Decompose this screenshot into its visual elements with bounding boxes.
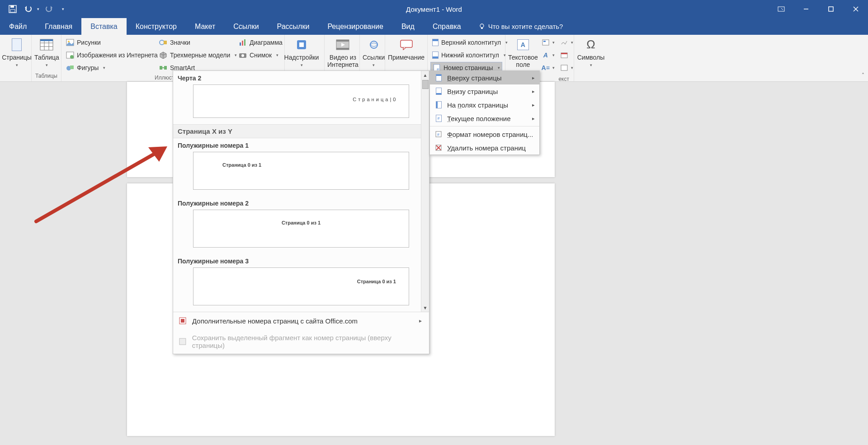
svg-rect-9 (481, 28, 483, 29)
gallery-section-header: Страница X из Y (173, 124, 429, 138)
symbols-button[interactable]: Ω Символы▾ (577, 36, 605, 72)
undo-icon[interactable] (23, 3, 35, 15)
gallery-save-selection: Сохранить выделенный фрагмент как номер … (173, 329, 429, 354)
group-label-tables: Таблицы (34, 72, 58, 80)
signature-icon (560, 38, 568, 47)
comment-button[interactable]: Примечание (388, 36, 425, 72)
undo-dropdown-icon[interactable]: ▾ (37, 7, 39, 11)
text-misc-1[interactable]: ▾ (540, 37, 557, 48)
cube-icon (159, 51, 167, 59)
svg-rect-5 (829, 7, 833, 11)
comment-icon (399, 37, 414, 52)
text-misc-5[interactable] (558, 49, 575, 61)
tab-help[interactable]: Справка (424, 18, 470, 35)
save-icon[interactable] (6, 3, 19, 15)
scroll-down-icon[interactable]: ▼ (421, 304, 429, 312)
tab-mailings[interactable]: Рассылки (268, 18, 319, 35)
table-button[interactable]: Таблица ▾ (34, 36, 59, 72)
addins-button[interactable]: Надстройки▾ (288, 36, 316, 72)
page-number-gallery: Черта 2 С т р а н и ц а | 0 Страница X и… (173, 70, 429, 354)
collapse-ribbon-icon[interactable]: ˄ (862, 72, 864, 79)
svg-point-19 (70, 55, 74, 59)
gallery-scrollbar[interactable]: ▲ ▼ (421, 71, 429, 312)
gallery-item-label: Полужирные номера 1 (173, 138, 429, 152)
tab-view[interactable]: Вид (392, 18, 424, 35)
tell-me-search[interactable]: Что вы хотите сделать? (470, 18, 563, 35)
gallery-item[interactable]: Страница 0 из 1 (193, 152, 409, 190)
svg-rect-1 (10, 5, 14, 8)
svg-rect-32 (299, 42, 304, 47)
smartart-icon (159, 64, 167, 72)
svg-rect-27 (242, 41, 243, 46)
tab-home[interactable]: Главная (36, 18, 81, 35)
gallery-item[interactable]: Страница 0 из 1 (193, 210, 409, 248)
gallery-item-label: Полужирные номера 3 (173, 254, 429, 267)
footer-button[interactable]: Нижний колонтитул (430, 49, 502, 61)
close-icon[interactable] (843, 0, 868, 18)
gallery-item[interactable]: Страница 0 из 1 (193, 267, 409, 305)
redo-icon (43, 3, 56, 15)
svg-rect-28 (244, 39, 245, 46)
gallery-item-label: Черта 2 (173, 71, 429, 84)
pictures-icon (66, 38, 74, 47)
online-pictures-button[interactable]: Изображения из Интернета (64, 49, 157, 61)
page-margins-icon (434, 101, 443, 109)
qat-customize-icon[interactable]: ▾ (62, 7, 64, 11)
shapes-button[interactable]: Фигуры (64, 62, 157, 74)
menu-top-of-page[interactable]: Вверху страницы ▸ (430, 71, 539, 84)
tab-design[interactable]: Конструктор (127, 18, 186, 35)
text-misc-6[interactable]: ▾ (558, 62, 575, 74)
chart-button[interactable]: Диаграмма (237, 37, 284, 48)
links-button[interactable]: Ссылки▾ (363, 36, 385, 72)
dropcap-icon: A≡ (542, 64, 550, 72)
gallery-item[interactable]: С т р а н и ц а | 0 (193, 84, 409, 118)
ribbon-display-options-icon[interactable] (769, 0, 793, 18)
svg-rect-38 (542, 40, 549, 45)
3d-models-button[interactable]: Трехмерные модели (157, 49, 237, 61)
text-misc-4[interactable]: ▾ (558, 37, 575, 48)
current-position-icon: # (434, 114, 443, 122)
gallery-more-office[interactable]: Дополнительные номера страниц с сайта Of… (173, 312, 429, 329)
page-icon (9, 37, 24, 52)
title-bar: ▾ ▾ Документ1 - Word (0, 0, 868, 18)
tab-review[interactable]: Рецензирование (318, 18, 392, 35)
header-button[interactable]: Верхний колонтитул (430, 37, 502, 48)
menu-current-position[interactable]: # Текущее положение ▸ (430, 112, 539, 125)
svg-rect-41 (561, 53, 567, 54)
menu-bottom-of-page[interactable]: Внизу страницы ▸ (430, 84, 539, 98)
svg-text:#: # (437, 132, 439, 137)
minimize-icon[interactable] (793, 0, 818, 18)
menu-format-page-numbers[interactable]: # Формат номеров страниц... (430, 127, 539, 141)
menu-page-margins[interactable]: На полях страницы ▸ (430, 98, 539, 112)
chart-icon (239, 38, 247, 47)
omega-icon: Ω (584, 37, 598, 52)
textbox-button[interactable]: A Текстовое поле▾ (508, 36, 538, 75)
chevron-right-icon: ▸ (532, 75, 535, 81)
link-icon (367, 37, 381, 52)
icons-button[interactable]: Значки (157, 37, 237, 48)
tab-references[interactable]: Ссылки (224, 18, 268, 35)
svg-rect-44 (181, 319, 184, 323)
camera-icon (239, 51, 247, 59)
tab-layout[interactable]: Макет (186, 18, 224, 35)
svg-rect-45 (179, 338, 186, 345)
maximize-icon[interactable] (818, 0, 843, 18)
tab-file[interactable]: Файл (0, 18, 36, 35)
text-misc-3[interactable]: A≡▾ (540, 62, 557, 74)
tab-insert[interactable]: Вставка (81, 18, 126, 35)
online-video-button[interactable]: Видео из Интернета (327, 36, 359, 72)
pages-button[interactable]: Страницы ▾ (3, 36, 31, 72)
svg-rect-24 (160, 66, 162, 70)
screenshot-button[interactable]: Снимок (237, 49, 284, 61)
scroll-up-icon[interactable]: ▲ (421, 71, 429, 79)
chevron-right-icon: ▸ (532, 89, 535, 94)
pictures-button[interactable]: Рисунки (64, 37, 157, 48)
scroll-thumb[interactable] (422, 80, 429, 89)
svg-point-8 (480, 24, 484, 28)
footer-icon (432, 51, 439, 59)
page-bottom-icon (434, 87, 443, 95)
video-icon (335, 37, 350, 52)
icons-icon (159, 38, 167, 47)
menu-remove-page-numbers[interactable]: Удалить номера страниц (430, 141, 539, 155)
text-misc-2[interactable]: A▾ (540, 49, 557, 61)
